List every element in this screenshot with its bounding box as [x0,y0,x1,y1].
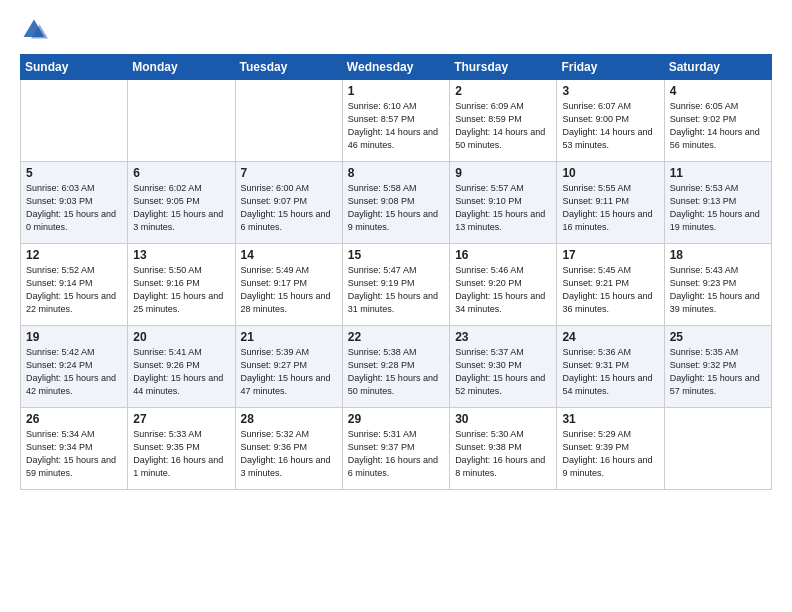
day-info: Sunrise: 5:46 AM Sunset: 9:20 PM Dayligh… [455,264,551,316]
day-info: Sunrise: 5:34 AM Sunset: 9:34 PM Dayligh… [26,428,122,480]
day-number: 28 [241,412,337,426]
day-number: 5 [26,166,122,180]
header-day-thursday: Thursday [450,55,557,80]
day-info: Sunrise: 5:50 AM Sunset: 9:16 PM Dayligh… [133,264,229,316]
day-number: 23 [455,330,551,344]
logo-icon [20,16,48,44]
cell-3-1: 12Sunrise: 5:52 AM Sunset: 9:14 PM Dayli… [21,244,128,326]
day-number: 11 [670,166,766,180]
day-number: 9 [455,166,551,180]
cell-5-1: 26Sunrise: 5:34 AM Sunset: 9:34 PM Dayli… [21,408,128,490]
calendar-header: SundayMondayTuesdayWednesdayThursdayFrid… [21,55,772,80]
day-info: Sunrise: 6:00 AM Sunset: 9:07 PM Dayligh… [241,182,337,234]
day-number: 16 [455,248,551,262]
cell-4-2: 20Sunrise: 5:41 AM Sunset: 9:26 PM Dayli… [128,326,235,408]
cell-2-1: 5Sunrise: 6:03 AM Sunset: 9:03 PM Daylig… [21,162,128,244]
cell-4-3: 21Sunrise: 5:39 AM Sunset: 9:27 PM Dayli… [235,326,342,408]
day-info: Sunrise: 5:42 AM Sunset: 9:24 PM Dayligh… [26,346,122,398]
day-number: 29 [348,412,444,426]
day-number: 21 [241,330,337,344]
cell-4-4: 22Sunrise: 5:38 AM Sunset: 9:28 PM Dayli… [342,326,449,408]
header-day-tuesday: Tuesday [235,55,342,80]
day-info: Sunrise: 6:07 AM Sunset: 9:00 PM Dayligh… [562,100,658,152]
cell-1-4: 1Sunrise: 6:10 AM Sunset: 8:57 PM Daylig… [342,80,449,162]
cell-1-3 [235,80,342,162]
day-number: 2 [455,84,551,98]
day-number: 10 [562,166,658,180]
day-number: 18 [670,248,766,262]
day-number: 12 [26,248,122,262]
day-info: Sunrise: 5:57 AM Sunset: 9:10 PM Dayligh… [455,182,551,234]
cell-2-2: 6Sunrise: 6:02 AM Sunset: 9:05 PM Daylig… [128,162,235,244]
cell-5-3: 28Sunrise: 5:32 AM Sunset: 9:36 PM Dayli… [235,408,342,490]
day-number: 25 [670,330,766,344]
day-info: Sunrise: 6:03 AM Sunset: 9:03 PM Dayligh… [26,182,122,234]
cell-2-3: 7Sunrise: 6:00 AM Sunset: 9:07 PM Daylig… [235,162,342,244]
header-day-saturday: Saturday [664,55,771,80]
day-number: 3 [562,84,658,98]
week-row-2: 5Sunrise: 6:03 AM Sunset: 9:03 PM Daylig… [21,162,772,244]
day-info: Sunrise: 6:05 AM Sunset: 9:02 PM Dayligh… [670,100,766,152]
day-info: Sunrise: 5:38 AM Sunset: 9:28 PM Dayligh… [348,346,444,398]
week-row-4: 19Sunrise: 5:42 AM Sunset: 9:24 PM Dayli… [21,326,772,408]
day-number: 6 [133,166,229,180]
logo [20,16,52,44]
day-number: 7 [241,166,337,180]
calendar-body: 1Sunrise: 6:10 AM Sunset: 8:57 PM Daylig… [21,80,772,490]
day-info: Sunrise: 5:31 AM Sunset: 9:37 PM Dayligh… [348,428,444,480]
cell-1-2 [128,80,235,162]
day-info: Sunrise: 5:39 AM Sunset: 9:27 PM Dayligh… [241,346,337,398]
header-day-wednesday: Wednesday [342,55,449,80]
header-day-monday: Monday [128,55,235,80]
day-number: 4 [670,84,766,98]
cell-3-6: 17Sunrise: 5:45 AM Sunset: 9:21 PM Dayli… [557,244,664,326]
cell-2-5: 9Sunrise: 5:57 AM Sunset: 9:10 PM Daylig… [450,162,557,244]
week-row-1: 1Sunrise: 6:10 AM Sunset: 8:57 PM Daylig… [21,80,772,162]
header-day-sunday: Sunday [21,55,128,80]
day-info: Sunrise: 5:41 AM Sunset: 9:26 PM Dayligh… [133,346,229,398]
cell-1-5: 2Sunrise: 6:09 AM Sunset: 8:59 PM Daylig… [450,80,557,162]
header-day-friday: Friday [557,55,664,80]
day-number: 8 [348,166,444,180]
day-info: Sunrise: 5:30 AM Sunset: 9:38 PM Dayligh… [455,428,551,480]
day-info: Sunrise: 5:33 AM Sunset: 9:35 PM Dayligh… [133,428,229,480]
cell-2-6: 10Sunrise: 5:55 AM Sunset: 9:11 PM Dayli… [557,162,664,244]
day-info: Sunrise: 5:35 AM Sunset: 9:32 PM Dayligh… [670,346,766,398]
cell-3-7: 18Sunrise: 5:43 AM Sunset: 9:23 PM Dayli… [664,244,771,326]
cell-4-7: 25Sunrise: 5:35 AM Sunset: 9:32 PM Dayli… [664,326,771,408]
day-info: Sunrise: 5:49 AM Sunset: 9:17 PM Dayligh… [241,264,337,316]
day-number: 15 [348,248,444,262]
page: SundayMondayTuesdayWednesdayThursdayFrid… [0,0,792,500]
day-info: Sunrise: 5:29 AM Sunset: 9:39 PM Dayligh… [562,428,658,480]
day-number: 13 [133,248,229,262]
day-number: 24 [562,330,658,344]
week-row-3: 12Sunrise: 5:52 AM Sunset: 9:14 PM Dayli… [21,244,772,326]
cell-5-6: 31Sunrise: 5:29 AM Sunset: 9:39 PM Dayli… [557,408,664,490]
cell-5-4: 29Sunrise: 5:31 AM Sunset: 9:37 PM Dayli… [342,408,449,490]
day-number: 20 [133,330,229,344]
day-number: 14 [241,248,337,262]
day-number: 31 [562,412,658,426]
cell-1-7: 4Sunrise: 6:05 AM Sunset: 9:02 PM Daylig… [664,80,771,162]
day-info: Sunrise: 5:53 AM Sunset: 9:13 PM Dayligh… [670,182,766,234]
day-info: Sunrise: 5:36 AM Sunset: 9:31 PM Dayligh… [562,346,658,398]
cell-1-1 [21,80,128,162]
cell-1-6: 3Sunrise: 6:07 AM Sunset: 9:00 PM Daylig… [557,80,664,162]
calendar-table: SundayMondayTuesdayWednesdayThursdayFrid… [20,54,772,490]
day-info: Sunrise: 6:09 AM Sunset: 8:59 PM Dayligh… [455,100,551,152]
header-row: SundayMondayTuesdayWednesdayThursdayFrid… [21,55,772,80]
day-info: Sunrise: 5:32 AM Sunset: 9:36 PM Dayligh… [241,428,337,480]
cell-3-5: 16Sunrise: 5:46 AM Sunset: 9:20 PM Dayli… [450,244,557,326]
cell-3-2: 13Sunrise: 5:50 AM Sunset: 9:16 PM Dayli… [128,244,235,326]
cell-5-2: 27Sunrise: 5:33 AM Sunset: 9:35 PM Dayli… [128,408,235,490]
day-info: Sunrise: 5:37 AM Sunset: 9:30 PM Dayligh… [455,346,551,398]
cell-4-5: 23Sunrise: 5:37 AM Sunset: 9:30 PM Dayli… [450,326,557,408]
day-number: 27 [133,412,229,426]
day-info: Sunrise: 6:10 AM Sunset: 8:57 PM Dayligh… [348,100,444,152]
day-number: 26 [26,412,122,426]
day-info: Sunrise: 6:02 AM Sunset: 9:05 PM Dayligh… [133,182,229,234]
day-number: 1 [348,84,444,98]
cell-2-7: 11Sunrise: 5:53 AM Sunset: 9:13 PM Dayli… [664,162,771,244]
cell-5-7 [664,408,771,490]
day-info: Sunrise: 5:45 AM Sunset: 9:21 PM Dayligh… [562,264,658,316]
